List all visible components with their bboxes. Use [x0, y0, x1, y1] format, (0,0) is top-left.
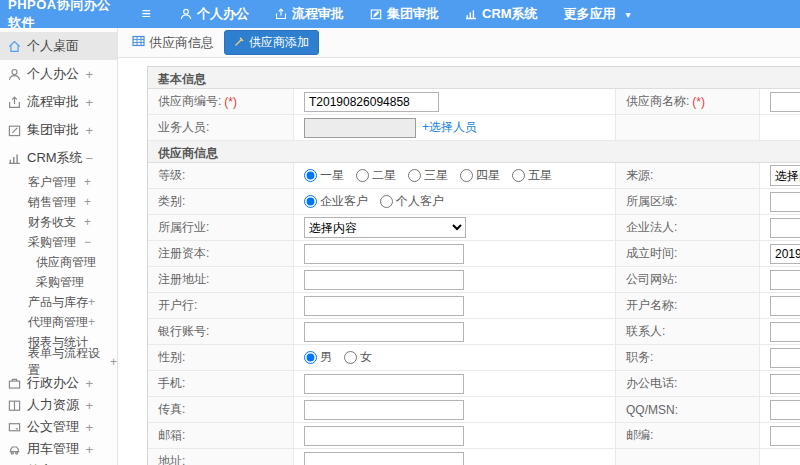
registered-capital-label: 注册资本: — [158, 245, 209, 262]
registered-capital-input[interactable] — [304, 244, 464, 264]
gender-radio-option[interactable]: 女 — [344, 349, 372, 366]
sidebar-item-document-mgmt[interactable]: 公文管理 + — [0, 416, 117, 438]
sidebar-item-procurement-mgmt[interactable]: 采购管理 — [0, 272, 117, 292]
topnav-more-apps[interactable]: 更多应用 — [564, 5, 616, 23]
sidebar-item-human-resources[interactable]: 人力资源 + — [0, 394, 117, 416]
edit-icon — [370, 8, 382, 20]
expand-icon[interactable]: + — [110, 355, 117, 369]
sidebar-item-form-flow-settings[interactable]: 表单与流程设置 + — [0, 352, 117, 372]
user-icon — [8, 68, 21, 81]
top-bar: PHPOA协同办公软件 ≡ 个人办公 流程审批 集团审批 CRM系统 更多应用 … — [0, 0, 800, 28]
expand-icon[interactable]: + — [84, 175, 91, 189]
sidebar-item-agent-mgmt[interactable]: 代理商管理 + — [0, 312, 117, 332]
book-icon — [8, 399, 21, 412]
topnav-personal-office[interactable]: 个人办公 — [180, 5, 249, 23]
level-radio-option[interactable]: 四星 — [460, 167, 500, 184]
expand-icon[interactable]: + — [85, 398, 93, 413]
expand-icon[interactable]: + — [85, 442, 93, 457]
category-radio[interactable] — [304, 195, 317, 208]
document-icon — [8, 421, 21, 434]
tab-supplier-add[interactable]: 供应商添加 — [224, 30, 319, 55]
level-radio[interactable] — [408, 169, 421, 182]
bar-chart-icon — [8, 152, 21, 165]
sidebar-item-supplier-mgmt[interactable]: 供应商管理 — [0, 252, 117, 272]
expand-icon[interactable]: + — [84, 195, 91, 209]
add-record-icon — [234, 36, 245, 50]
upload-icon — [275, 8, 287, 20]
tab-bar: 供应商信息 供应商添加 — [118, 28, 800, 58]
address-input[interactable] — [304, 452, 464, 465]
sidebar-item-archive-mgmt[interactable]: 档案管理 + — [0, 460, 117, 465]
level-radio-option[interactable]: 五星 — [512, 167, 552, 184]
gender-radio[interactable] — [304, 351, 317, 364]
sidebar-item-customer-mgmt[interactable]: 客户管理 + — [0, 172, 117, 192]
founded-date-label: 成立时间: — [626, 245, 677, 262]
gender-radio-option[interactable]: 男 — [304, 349, 332, 366]
expand-icon[interactable]: + — [85, 123, 93, 138]
level-radio-option[interactable]: 三星 — [408, 167, 448, 184]
postcode-input[interactable] — [770, 426, 800, 446]
required-marker: (*) — [692, 95, 705, 109]
contact-person-input[interactable] — [770, 322, 800, 342]
account-name-input[interactable] — [770, 296, 800, 316]
registered-address-input[interactable] — [304, 270, 464, 290]
sidebar-item-finance[interactable]: 财务收支 + — [0, 212, 117, 232]
email-input[interactable] — [304, 426, 464, 446]
level-radio[interactable] — [356, 169, 369, 182]
expand-icon[interactable]: + — [85, 376, 93, 391]
fax-input[interactable] — [304, 400, 464, 420]
sidebar-item-crm-system[interactable]: CRM系统 − — [0, 144, 117, 172]
mobile-input[interactable] — [304, 374, 464, 394]
bank-input[interactable] — [304, 296, 464, 316]
sidebar-item-vehicle-mgmt[interactable]: 用车管理 + — [0, 438, 117, 460]
level-radio-option[interactable]: 一星 — [304, 167, 344, 184]
menu-toggle-icon[interactable]: ≡ — [126, 5, 166, 23]
level-radio[interactable] — [304, 169, 317, 182]
form-row: 业务人员: +选择人员 — [148, 115, 800, 141]
legal-person-input[interactable] — [770, 218, 800, 238]
level-radio-option[interactable]: 二星 — [356, 167, 396, 184]
region-label: 所属区域: — [626, 193, 677, 210]
supplier-code-input[interactable] — [304, 92, 439, 112]
business-staff-input[interactable] — [304, 118, 416, 138]
company-website-input[interactable] — [770, 270, 800, 290]
expand-icon[interactable]: + — [85, 95, 93, 110]
collapse-icon[interactable]: − — [85, 151, 93, 166]
sidebar-item-personal-office[interactable]: 个人办公 + — [0, 60, 117, 88]
office-phone-input[interactable] — [770, 374, 800, 394]
sidebar-item-group-approval[interactable]: 集团审批 + — [0, 116, 117, 144]
bank-account-input[interactable] — [304, 322, 464, 342]
expand-icon[interactable]: + — [85, 67, 93, 82]
supplier-name-input[interactable] — [770, 92, 800, 112]
expand-icon[interactable]: + — [84, 215, 91, 229]
sidebar-item-workflow-approval[interactable]: 流程审批 + — [0, 88, 117, 116]
level-radio[interactable] — [512, 169, 525, 182]
category-radio-option[interactable]: 企业客户 — [304, 193, 368, 210]
tab-supplier-info[interactable]: 供应商信息 — [132, 34, 214, 52]
expand-icon[interactable]: + — [88, 295, 95, 309]
topnav-workflow-approval[interactable]: 流程审批 — [275, 5, 344, 23]
sidebar-item-sales-mgmt[interactable]: 销售管理 + — [0, 192, 117, 212]
topnav-crm-system[interactable]: CRM系统 — [465, 5, 538, 23]
business-staff-label: 业务人员: — [158, 119, 209, 136]
region-input[interactable] — [770, 192, 800, 212]
topnav-group-approval[interactable]: 集团审批 — [370, 5, 439, 23]
gender-radio[interactable] — [344, 351, 357, 364]
sidebar-item-purchase-mgmt[interactable]: 采购管理 − — [0, 232, 117, 252]
position-input[interactable] — [770, 348, 800, 368]
collapse-icon[interactable]: − — [84, 235, 91, 249]
industry-select[interactable]: 选择内容 — [304, 217, 466, 238]
level-radio[interactable] — [460, 169, 473, 182]
sidebar-item-personal-desktop[interactable]: 个人桌面 — [0, 32, 117, 60]
pick-staff-link[interactable]: +选择人员 — [422, 119, 477, 136]
founded-date-input[interactable] — [770, 244, 800, 264]
source-select[interactable]: 选择内容 — [770, 165, 800, 186]
category-radio-option[interactable]: 个人客户 — [380, 193, 444, 210]
category-radio[interactable] — [380, 195, 393, 208]
expand-icon[interactable]: + — [85, 420, 93, 435]
expand-icon[interactable]: + — [88, 315, 95, 329]
chevron-down-icon[interactable]: ▾ — [626, 9, 631, 20]
sidebar-item-product-inventory[interactable]: 产品与库存 + — [0, 292, 117, 312]
form-row: 所属行业: 选择内容 企业法人: — [148, 215, 800, 241]
qq-msn-input[interactable] — [770, 400, 800, 420]
